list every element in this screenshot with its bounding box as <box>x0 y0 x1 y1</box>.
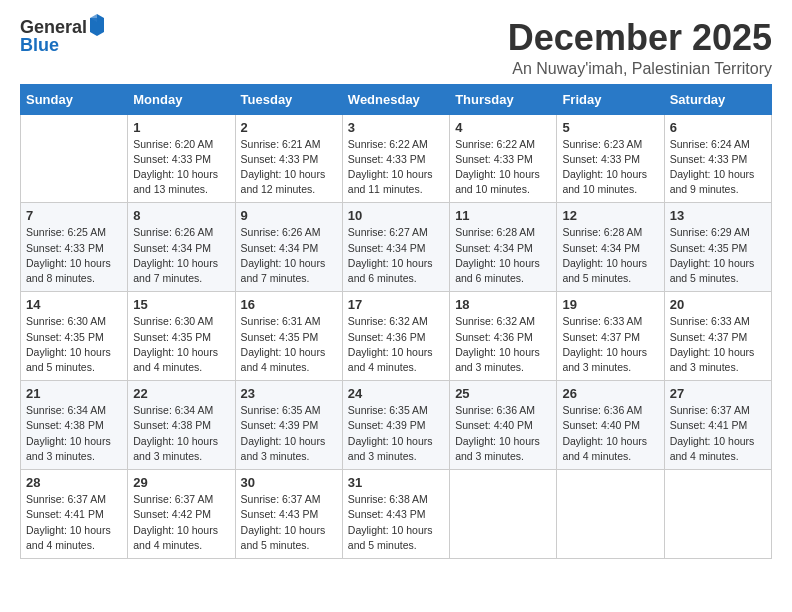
day-info: Sunrise: 6:27 AMSunset: 4:34 PMDaylight:… <box>348 225 444 286</box>
day-number: 18 <box>455 297 551 312</box>
calendar-cell: 27Sunrise: 6:37 AMSunset: 4:41 PMDayligh… <box>664 381 771 470</box>
calendar-header-monday: Monday <box>128 84 235 114</box>
calendar-cell: 9Sunrise: 6:26 AMSunset: 4:34 PMDaylight… <box>235 203 342 292</box>
calendar-cell <box>21 114 128 203</box>
calendar-cell: 17Sunrise: 6:32 AMSunset: 4:36 PMDayligh… <box>342 292 449 381</box>
day-number: 31 <box>348 475 444 490</box>
calendar-week-row: 21Sunrise: 6:34 AMSunset: 4:38 PMDayligh… <box>21 381 772 470</box>
day-number: 6 <box>670 120 766 135</box>
calendar-cell: 2Sunrise: 6:21 AMSunset: 4:33 PMDaylight… <box>235 114 342 203</box>
day-info: Sunrise: 6:25 AMSunset: 4:33 PMDaylight:… <box>26 225 122 286</box>
day-info: Sunrise: 6:31 AMSunset: 4:35 PMDaylight:… <box>241 314 337 375</box>
day-info: Sunrise: 6:28 AMSunset: 4:34 PMDaylight:… <box>562 225 658 286</box>
calendar-cell: 31Sunrise: 6:38 AMSunset: 4:43 PMDayligh… <box>342 470 449 559</box>
calendar-body: 1Sunrise: 6:20 AMSunset: 4:33 PMDaylight… <box>21 114 772 558</box>
day-number: 13 <box>670 208 766 223</box>
day-number: 1 <box>133 120 229 135</box>
calendar-cell: 16Sunrise: 6:31 AMSunset: 4:35 PMDayligh… <box>235 292 342 381</box>
day-number: 25 <box>455 386 551 401</box>
day-info: Sunrise: 6:37 AMSunset: 4:41 PMDaylight:… <box>670 403 766 464</box>
calendar-header-friday: Friday <box>557 84 664 114</box>
calendar-cell: 28Sunrise: 6:37 AMSunset: 4:41 PMDayligh… <box>21 470 128 559</box>
logo-general: General <box>20 18 87 36</box>
day-number: 2 <box>241 120 337 135</box>
day-number: 27 <box>670 386 766 401</box>
calendar-week-row: 1Sunrise: 6:20 AMSunset: 4:33 PMDaylight… <box>21 114 772 203</box>
calendar-header-row: SundayMondayTuesdayWednesdayThursdayFrid… <box>21 84 772 114</box>
day-number: 26 <box>562 386 658 401</box>
day-info: Sunrise: 6:36 AMSunset: 4:40 PMDaylight:… <box>455 403 551 464</box>
calendar-header-thursday: Thursday <box>450 84 557 114</box>
calendar-cell: 13Sunrise: 6:29 AMSunset: 4:35 PMDayligh… <box>664 203 771 292</box>
calendar-cell <box>450 470 557 559</box>
header: General Blue December 2025 An Nuway'imah… <box>20 18 772 78</box>
calendar-cell: 29Sunrise: 6:37 AMSunset: 4:42 PMDayligh… <box>128 470 235 559</box>
day-number: 30 <box>241 475 337 490</box>
day-number: 22 <box>133 386 229 401</box>
day-info: Sunrise: 6:26 AMSunset: 4:34 PMDaylight:… <box>133 225 229 286</box>
calendar-cell: 11Sunrise: 6:28 AMSunset: 4:34 PMDayligh… <box>450 203 557 292</box>
day-info: Sunrise: 6:28 AMSunset: 4:34 PMDaylight:… <box>455 225 551 286</box>
calendar-week-row: 7Sunrise: 6:25 AMSunset: 4:33 PMDaylight… <box>21 203 772 292</box>
day-info: Sunrise: 6:30 AMSunset: 4:35 PMDaylight:… <box>26 314 122 375</box>
calendar-cell: 10Sunrise: 6:27 AMSunset: 4:34 PMDayligh… <box>342 203 449 292</box>
calendar-cell: 22Sunrise: 6:34 AMSunset: 4:38 PMDayligh… <box>128 381 235 470</box>
day-number: 4 <box>455 120 551 135</box>
day-info: Sunrise: 6:32 AMSunset: 4:36 PMDaylight:… <box>455 314 551 375</box>
day-info: Sunrise: 6:24 AMSunset: 4:33 PMDaylight:… <box>670 137 766 198</box>
day-info: Sunrise: 6:34 AMSunset: 4:38 PMDaylight:… <box>133 403 229 464</box>
calendar-cell: 1Sunrise: 6:20 AMSunset: 4:33 PMDaylight… <box>128 114 235 203</box>
day-number: 17 <box>348 297 444 312</box>
calendar-subtitle: An Nuway'imah, Palestinian Territory <box>508 60 772 78</box>
day-number: 5 <box>562 120 658 135</box>
calendar-cell: 21Sunrise: 6:34 AMSunset: 4:38 PMDayligh… <box>21 381 128 470</box>
day-number: 19 <box>562 297 658 312</box>
calendar-cell: 26Sunrise: 6:36 AMSunset: 4:40 PMDayligh… <box>557 381 664 470</box>
day-number: 9 <box>241 208 337 223</box>
calendar-cell: 14Sunrise: 6:30 AMSunset: 4:35 PMDayligh… <box>21 292 128 381</box>
day-info: Sunrise: 6:33 AMSunset: 4:37 PMDaylight:… <box>562 314 658 375</box>
day-info: Sunrise: 6:37 AMSunset: 4:42 PMDaylight:… <box>133 492 229 553</box>
day-info: Sunrise: 6:37 AMSunset: 4:43 PMDaylight:… <box>241 492 337 553</box>
day-info: Sunrise: 6:26 AMSunset: 4:34 PMDaylight:… <box>241 225 337 286</box>
logo: General Blue <box>20 18 106 54</box>
day-number: 12 <box>562 208 658 223</box>
day-number: 21 <box>26 386 122 401</box>
day-number: 8 <box>133 208 229 223</box>
calendar-cell: 7Sunrise: 6:25 AMSunset: 4:33 PMDaylight… <box>21 203 128 292</box>
title-area: December 2025 An Nuway'imah, Palestinian… <box>508 18 772 78</box>
day-number: 15 <box>133 297 229 312</box>
day-info: Sunrise: 6:37 AMSunset: 4:41 PMDaylight:… <box>26 492 122 553</box>
logo-icon <box>88 14 106 36</box>
day-number: 20 <box>670 297 766 312</box>
day-info: Sunrise: 6:33 AMSunset: 4:37 PMDaylight:… <box>670 314 766 375</box>
calendar-cell: 6Sunrise: 6:24 AMSunset: 4:33 PMDaylight… <box>664 114 771 203</box>
calendar-week-row: 28Sunrise: 6:37 AMSunset: 4:41 PMDayligh… <box>21 470 772 559</box>
day-number: 11 <box>455 208 551 223</box>
day-info: Sunrise: 6:38 AMSunset: 4:43 PMDaylight:… <box>348 492 444 553</box>
calendar-cell: 3Sunrise: 6:22 AMSunset: 4:33 PMDaylight… <box>342 114 449 203</box>
day-number: 23 <box>241 386 337 401</box>
calendar-cell: 5Sunrise: 6:23 AMSunset: 4:33 PMDaylight… <box>557 114 664 203</box>
day-info: Sunrise: 6:23 AMSunset: 4:33 PMDaylight:… <box>562 137 658 198</box>
calendar-header-saturday: Saturday <box>664 84 771 114</box>
calendar-cell <box>664 470 771 559</box>
calendar-cell: 12Sunrise: 6:28 AMSunset: 4:34 PMDayligh… <box>557 203 664 292</box>
day-info: Sunrise: 6:34 AMSunset: 4:38 PMDaylight:… <box>26 403 122 464</box>
day-number: 28 <box>26 475 122 490</box>
calendar-cell: 20Sunrise: 6:33 AMSunset: 4:37 PMDayligh… <box>664 292 771 381</box>
calendar-title: December 2025 <box>508 18 772 58</box>
day-info: Sunrise: 6:30 AMSunset: 4:35 PMDaylight:… <box>133 314 229 375</box>
calendar-cell: 24Sunrise: 6:35 AMSunset: 4:39 PMDayligh… <box>342 381 449 470</box>
day-number: 14 <box>26 297 122 312</box>
calendar-cell: 18Sunrise: 6:32 AMSunset: 4:36 PMDayligh… <box>450 292 557 381</box>
day-number: 16 <box>241 297 337 312</box>
calendar-header-sunday: Sunday <box>21 84 128 114</box>
calendar-cell: 15Sunrise: 6:30 AMSunset: 4:35 PMDayligh… <box>128 292 235 381</box>
day-number: 10 <box>348 208 444 223</box>
day-info: Sunrise: 6:21 AMSunset: 4:33 PMDaylight:… <box>241 137 337 198</box>
day-number: 7 <box>26 208 122 223</box>
day-info: Sunrise: 6:32 AMSunset: 4:36 PMDaylight:… <box>348 314 444 375</box>
calendar-table: SundayMondayTuesdayWednesdayThursdayFrid… <box>20 84 772 559</box>
day-info: Sunrise: 6:20 AMSunset: 4:33 PMDaylight:… <box>133 137 229 198</box>
